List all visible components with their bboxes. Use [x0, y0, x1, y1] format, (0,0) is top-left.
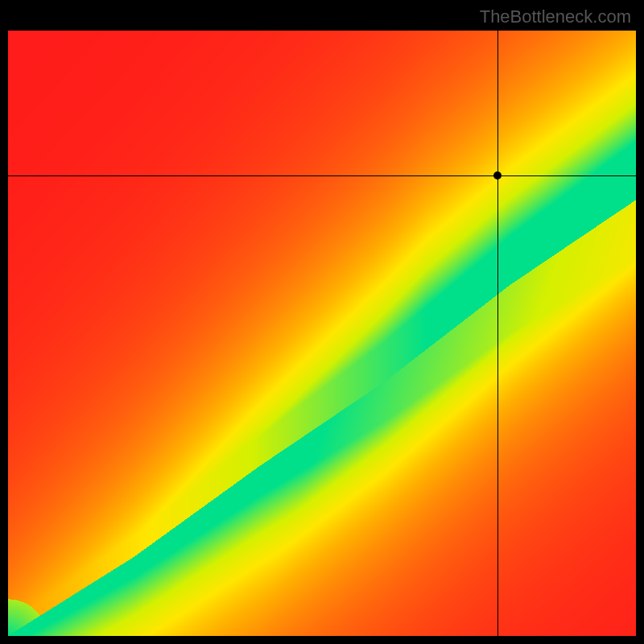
watermark-text: TheBottleneck.com [480, 6, 631, 27]
crosshair-dot [493, 171, 502, 180]
heatmap-plot [8, 31, 636, 636]
crosshair-horizontal [8, 175, 636, 176]
crosshair-vertical [497, 31, 498, 636]
heatmap-canvas [8, 31, 636, 636]
